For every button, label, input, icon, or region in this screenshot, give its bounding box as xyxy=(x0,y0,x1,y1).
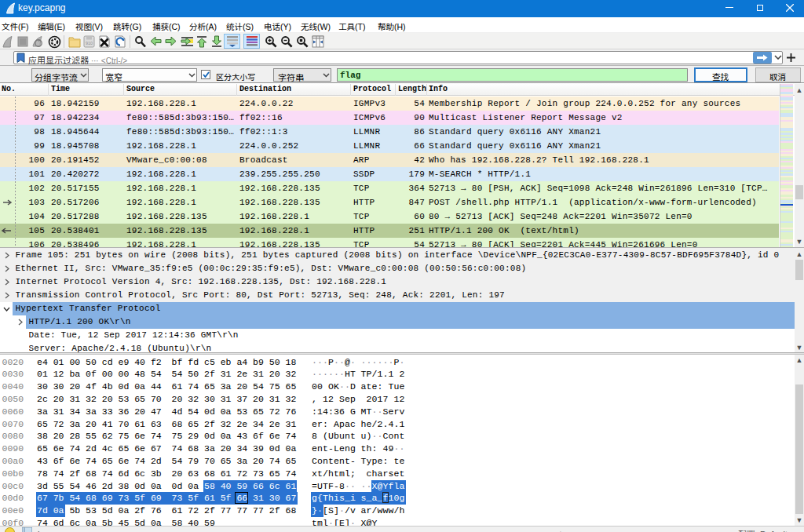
svg-text:910: 910 xyxy=(86,41,93,46)
